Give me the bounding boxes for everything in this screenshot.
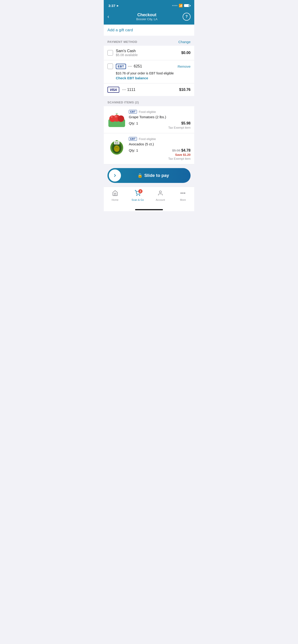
- product-2-prices: $5.98$4.78: [168, 148, 191, 152]
- product-item-1: EBT Food eligible Grape Tomatoes (2 lbs.…: [104, 106, 194, 133]
- status-icons: 📶: [172, 4, 190, 8]
- product-1-tax-note: Tax Exempt item: [168, 126, 191, 129]
- sams-cash-available: $5.08 available: [116, 53, 178, 57]
- product-2-price-area: $5.98$4.78 Save $1.20 Tax Exempt item: [168, 148, 191, 160]
- svg-point-20: [137, 195, 137, 196]
- product-2-ebt-tag: EBT: [129, 137, 137, 141]
- product-2-tags: EBT Food eligible: [129, 137, 191, 141]
- help-button[interactable]: ?: [183, 13, 191, 21]
- account-label: Account: [156, 198, 165, 201]
- product-1-price-area: $5.98 Tax Exempt item: [168, 121, 191, 129]
- visa-dots: ···· 1111: [122, 88, 176, 92]
- scan-go-label: Scan & Go: [132, 198, 144, 201]
- signal-icon: [172, 5, 177, 6]
- svg-point-3: [118, 116, 124, 122]
- ebt-checkbox[interactable]: [107, 64, 113, 69]
- payment-method-header: PAYMENT METHOD Change: [104, 38, 194, 46]
- battery-icon: [184, 4, 190, 7]
- chevron-right-icon: [112, 173, 117, 178]
- svg-point-23: [181, 193, 181, 193]
- product-1-tags: EBT Food eligible: [129, 110, 191, 114]
- product-1-name: Grape Tomatoes (2 lbs.): [129, 115, 191, 119]
- home-label: Home: [112, 198, 118, 201]
- lock-icon: 🔒: [137, 173, 143, 178]
- home-indicator: [104, 207, 194, 211]
- slide-arrow-circle: [108, 169, 121, 182]
- svg-point-21: [139, 195, 140, 196]
- product-2-savings: Save $1.20: [168, 153, 191, 156]
- svg-text:5 ct.: 5 ct.: [115, 142, 118, 144]
- change-button[interactable]: Change: [178, 40, 191, 44]
- check-ebt-balance-link[interactable]: Check EBT balance: [107, 76, 191, 80]
- home-indicator-bar: [135, 209, 163, 210]
- product-2-details: EBT Food eligible Avocados (5 ct.) Qty: …: [129, 137, 191, 160]
- sams-cash-info: Sam's Cash $5.08 available: [116, 49, 178, 57]
- product-2-food-eligible: Food eligible: [139, 137, 156, 141]
- visa-badge: VISA: [107, 87, 119, 93]
- scanned-items-header: SCANNED ITEMS (2): [104, 98, 194, 106]
- product-2-qty: Qty: 1: [129, 148, 138, 152]
- svg-point-24: [183, 193, 183, 193]
- scanned-items-label: SCANNED ITEMS (2): [107, 100, 139, 104]
- product-item-2: 5 ct. EBT Food eligible Avocados (5 ct.)…: [104, 133, 194, 164]
- sams-cash-name: Sam's Cash: [116, 49, 178, 53]
- svg-point-22: [159, 191, 161, 193]
- bottom-nav: Home 2 Scan & Go Account: [104, 186, 194, 207]
- product-1-price: $5.98: [168, 121, 191, 126]
- product-2-sale-price: $4.78: [181, 148, 191, 152]
- nav-item-scan-go[interactable]: 2 Scan & Go: [127, 189, 149, 202]
- ebt-dots: ····: [128, 64, 132, 68]
- gift-card-section: Add a gift card: [104, 24, 194, 38]
- payment-method-label: PAYMENT METHOD: [107, 40, 137, 44]
- product-2-qty-price: Qty: 1 $5.98$4.78 Save $1.20 Tax Exempt …: [129, 148, 191, 160]
- header: ‹ Checkout Bossier City, LA ?: [104, 10, 194, 24]
- ebt-payment-item: EBT ···· 6251 Remove $10.76 of your orde…: [104, 60, 194, 84]
- page-subtitle: Bossier City, LA: [111, 18, 183, 21]
- home-icon: [112, 190, 118, 198]
- product-2-original-price: $5.98: [172, 148, 180, 152]
- wifi-icon: 📶: [179, 4, 183, 8]
- product-1-qty-price: Qty: 1 $5.98 Tax Exempt item: [129, 121, 191, 129]
- sams-cash-amount: $0.00: [181, 51, 191, 55]
- ebt-badge: EBT: [116, 64, 126, 69]
- status-time: 3:37 ►: [108, 4, 119, 8]
- product-1-food-eligible: Food eligible: [139, 110, 156, 114]
- ebt-remove-button[interactable]: Remove: [178, 64, 191, 68]
- product-2-tax-note: Tax Exempt item: [168, 157, 191, 160]
- product-1-ebt-tag: EBT: [129, 110, 137, 114]
- svg-point-25: [184, 193, 185, 193]
- ebt-number-area: EBT ···· 6251: [116, 64, 175, 69]
- product-1-qty: Qty: 1: [129, 121, 138, 125]
- svg-point-5: [111, 116, 113, 118]
- cart-badge: 2: [138, 189, 143, 193]
- ebt-eligible-text: $10.76 of your order is EBT food eligibl…: [107, 72, 191, 75]
- location-icon: ►: [116, 4, 119, 8]
- ebt-last-four: 6251: [134, 64, 142, 68]
- header-title-area: Checkout Bossier City, LA: [111, 12, 183, 21]
- slide-to-pay-button[interactable]: 🔒 Slide to pay: [107, 168, 191, 183]
- scan-go-icon: 2: [135, 190, 141, 198]
- nav-item-account[interactable]: Account: [149, 189, 172, 202]
- gift-card-link[interactable]: Add a gift card: [107, 28, 133, 32]
- slide-to-pay-section: 🔒 Slide to pay: [104, 164, 194, 186]
- status-bar: 3:37 ► 📶: [104, 0, 194, 10]
- visa-payment-item: VISA ···· 1111 $10.76: [104, 84, 194, 98]
- avocados-image: 5 ct.: [107, 137, 126, 156]
- sams-cash-checkbox[interactable]: [107, 50, 113, 56]
- sams-cash-item: Sam's Cash $5.08 available $0.00: [104, 46, 194, 60]
- page-title: Checkout: [111, 12, 183, 18]
- slide-to-pay-label: 🔒 Slide to pay: [121, 173, 191, 178]
- nav-item-home[interactable]: Home: [104, 189, 127, 202]
- svg-point-13: [114, 145, 120, 152]
- product-1-details: EBT Food eligible Grape Tomatoes (2 lbs.…: [129, 110, 191, 129]
- product-2-name: Avocados (5 ct.): [129, 142, 191, 146]
- more-label: More: [180, 198, 186, 201]
- nav-item-more[interactable]: More: [172, 189, 194, 202]
- account-icon: [157, 190, 163, 198]
- back-button[interactable]: ‹: [107, 13, 111, 21]
- svg-point-6: [115, 115, 117, 118]
- visa-amount: $10.76: [179, 88, 191, 92]
- more-icon: [180, 190, 186, 198]
- tomatoes-image: [107, 110, 126, 128]
